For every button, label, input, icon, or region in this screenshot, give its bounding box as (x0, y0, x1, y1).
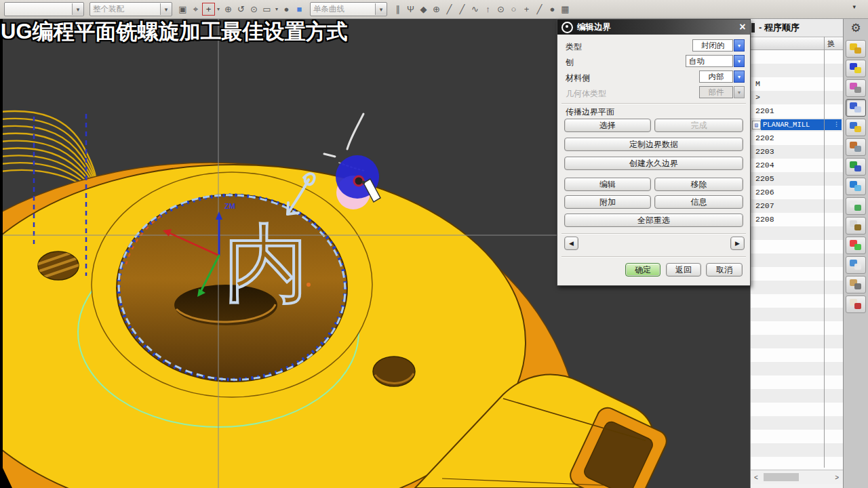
scrollbar-thumb[interactable] (764, 473, 799, 481)
program-order-view-icon[interactable] (846, 99, 866, 117)
resource-bar: ⚙ (843, 19, 868, 488)
spline-snap-icon[interactable]: ∿ (469, 3, 481, 16)
machine-tool-view-icon[interactable] (846, 40, 866, 58)
navigator-list[interactable]: M > 2201 ▤ PLANAR_MILL ⋮ 2202 2203 2204 … (751, 50, 843, 469)
chevron-down-icon[interactable]: ▾ (72, 3, 83, 15)
chevron-down-icon[interactable]: ▾ (734, 70, 745, 83)
assembly-icon[interactable]: ▣ (176, 3, 189, 16)
selection-scope-combo[interactable]: 整个装配 ▾ (90, 2, 172, 16)
gear-icon[interactable]: ⚙ (844, 19, 868, 38)
history-icon[interactable] (846, 217, 866, 235)
dropdown-caret-icon[interactable]: ▾ (215, 3, 222, 16)
plane-value[interactable]: 自动 (686, 55, 733, 67)
info-button[interactable]: 信息 (654, 195, 743, 209)
list-item[interactable]: 2208 (751, 213, 843, 226)
type-value[interactable]: 封闭的 (692, 39, 733, 52)
cancel-button[interactable]: 取消 (706, 263, 743, 277)
circle-snap-icon[interactable]: ○ (507, 3, 520, 16)
internet-explorer-icon[interactable] (846, 178, 866, 195)
system-scenes-icon[interactable] (846, 296, 866, 313)
scroll-right-arrow[interactable]: > (835, 474, 843, 481)
cube-icon[interactable]: ■ (293, 3, 306, 16)
rect-select-icon[interactable]: ▭ (260, 3, 273, 16)
sphere-icon[interactable]: ● (280, 3, 293, 16)
list-item[interactable]: 2206 (751, 186, 843, 199)
add-component-icon[interactable]: + (202, 3, 215, 16)
center-snap-icon[interactable]: ⊙ (494, 3, 507, 16)
scroll-left-arrow[interactable]: < (751, 474, 758, 481)
selection-filter-combo[interactable]: ▾ (4, 2, 84, 16)
snap-point-icon[interactable]: ⌖ (189, 3, 202, 16)
move-component-icon[interactable]: ⊕ (222, 3, 235, 16)
chevron-down-icon[interactable]: ▾ (734, 39, 745, 52)
materials-icon[interactable] (846, 237, 866, 254)
chevron-down-icon[interactable]: ▾ (734, 55, 745, 67)
curve-rule-combo[interactable]: 单条曲线 ▾ (310, 2, 387, 16)
list-item[interactable] (751, 64, 843, 77)
reselect-all-button[interactable]: 全部重选 (564, 214, 743, 227)
custom-boundary-data-button[interactable]: 定制边界数据 (564, 138, 743, 151)
chevron-down-icon[interactable]: ▾ (375, 3, 387, 15)
list-item[interactable]: 2203 (751, 145, 843, 159)
web-page-icon[interactable] (846, 197, 866, 215)
append-button[interactable]: 附加 (564, 195, 651, 209)
face-snap-icon[interactable]: ● (546, 3, 559, 16)
drilled-hole (373, 357, 415, 386)
grid-snap-icon[interactable]: ▦ (559, 3, 572, 16)
next-boundary-button[interactable]: ▶ (730, 237, 745, 250)
line-snap-icon[interactable]: ╱ (533, 3, 546, 16)
gear-icon (561, 22, 573, 33)
ok-button[interactable]: 确定 (625, 263, 660, 277)
remove-button[interactable]: 移除 (654, 178, 743, 191)
roles-icon[interactable] (846, 276, 866, 293)
point-constraint-icon[interactable]: ⊙ (248, 3, 260, 16)
tree-snap-icon[interactable]: Ψ (404, 3, 417, 16)
rotate-component-icon[interactable]: ↺ (235, 3, 248, 16)
list-item[interactable]: 2207 (751, 199, 843, 213)
list-item[interactable]: 2201 (751, 104, 843, 118)
tool-view-icon[interactable] (846, 79, 866, 97)
intersection-snap-icon[interactable]: + (520, 3, 533, 16)
geometry-view-icon[interactable] (846, 60, 866, 77)
snap-point-icon-group: ∥Ψ◆⊕╱╱∿↑⊙○+╱●▦ (391, 3, 572, 16)
reuse-library-icon[interactable] (846, 158, 866, 176)
column-divider (824, 37, 825, 468)
list-item[interactable]: 2204 (751, 159, 843, 172)
list-item[interactable]: 2202 (751, 131, 843, 145)
create-permanent-boundary-button[interactable]: 创建永久边界 (564, 157, 743, 170)
list-item-selected[interactable]: ▤ PLANAR_MILL ⋮ (751, 118, 843, 131)
toolbar-overflow-caret[interactable]: ▾ (852, 3, 856, 10)
edit-button[interactable]: 编辑 (564, 178, 651, 191)
diamond-icon[interactable]: ◆ (417, 3, 430, 16)
select-button[interactable]: 选择 (564, 119, 651, 132)
horizontal-scrollbar[interactable]: < > (751, 470, 843, 484)
close-icon[interactable]: × (735, 21, 750, 33)
process-studio-icon[interactable] (846, 256, 866, 274)
dialog-title: 编辑边界 (577, 22, 735, 33)
parallel-lines-icon[interactable]: ∥ (391, 3, 404, 16)
selected-operation[interactable]: PLANAR_MILL ⋮ (761, 119, 842, 130)
navigator-header: - 程序顺序 (751, 19, 843, 37)
assembly-navigator-icon[interactable] (846, 119, 866, 136)
chevron-down-icon[interactable]: ▾ (160, 3, 172, 15)
list-item[interactable]: > (751, 91, 843, 104)
toolbar-icon-group: ▣⌖+▾⊕↺⊙▭▾●■ (176, 3, 306, 16)
grip-icon[interactable]: ⋮ (831, 119, 842, 130)
prev-boundary-button[interactable]: ◀ (564, 237, 578, 250)
material-side-label: 材料侧 (566, 73, 590, 84)
wcs-z-label: ZM (224, 202, 235, 210)
geometry-type-label: 几何体类型 (566, 88, 606, 100)
dropdown-caret-icon[interactable]: ▾ (273, 3, 280, 16)
back-button[interactable]: 返回 (666, 263, 701, 277)
midpoint-snap-icon[interactable]: ╱ (456, 3, 469, 16)
navigator-column-header[interactable]: 换 (751, 37, 843, 50)
constraint-navigator-icon[interactable] (846, 138, 866, 156)
pan-icon[interactable]: ⊕ (430, 3, 443, 16)
vertex-snap-icon[interactable]: ↑ (481, 3, 494, 16)
list-item[interactable] (751, 50, 843, 64)
list-item[interactable]: M (751, 77, 843, 91)
material-side-value[interactable]: 内部 (699, 70, 733, 83)
list-item[interactable]: 2205 (751, 172, 843, 186)
endpoint-snap-icon[interactable]: ╱ (443, 3, 456, 16)
dialog-titlebar[interactable]: 编辑边界 × (557, 20, 750, 35)
